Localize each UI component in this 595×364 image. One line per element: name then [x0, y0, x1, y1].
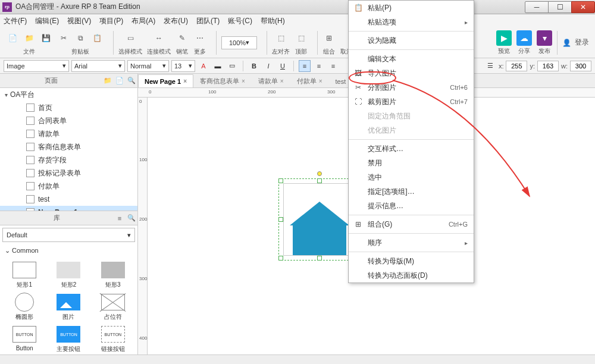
menu-edit[interactable]: 编辑(E)	[35, 16, 59, 26]
widget-image[interactable]: 图片	[49, 294, 88, 321]
tree-root[interactable]: OA平台	[0, 88, 137, 101]
library-select[interactable]: Default▾	[2, 228, 135, 242]
tree-item[interactable]: test	[0, 193, 137, 206]
list-button[interactable]: ☰	[484, 60, 496, 72]
widget-button[interactable]: BUTTONButton	[5, 326, 44, 353]
italic-button[interactable]: I	[262, 60, 274, 72]
ctx-crop-image[interactable]: ⛶裁剪图片Ctrl+7	[349, 95, 474, 109]
font-size-select[interactable]: 13▾	[171, 60, 195, 72]
selected-widget[interactable]	[281, 181, 358, 258]
cut-icon[interactable]: ✂	[57, 32, 70, 45]
resize-handle-tc[interactable]	[317, 178, 322, 183]
tab-customer-info[interactable]: 客商信息表单×	[193, 74, 252, 87]
minimize-button[interactable]: ─	[525, 1, 549, 13]
tree-item[interactable]: 存货字段	[0, 153, 137, 167]
tree-item[interactable]: 首页	[0, 101, 137, 114]
close-button[interactable]: ✕	[571, 1, 595, 13]
menu-arrange[interactable]: 布局(A)	[131, 16, 155, 26]
zoom-select[interactable]: 100% ▾	[221, 36, 257, 49]
ctx-convert-dynamic[interactable]: 转换为动态面板(D)	[349, 268, 474, 283]
menu-team[interactable]: 团队(T)	[196, 16, 220, 26]
close-tab-icon[interactable]: ×	[183, 78, 187, 84]
publish-button[interactable]: ▾发布	[537, 30, 552, 55]
menu-help[interactable]: 帮助(H)	[261, 16, 285, 26]
library-menu-button[interactable]: ≡	[114, 215, 126, 222]
border-color-button[interactable]: ▭	[226, 60, 238, 72]
tab-payment[interactable]: 付款单×	[290, 74, 329, 87]
font-color-button[interactable]: A	[198, 60, 209, 72]
select-mode-icon[interactable]: ▭	[124, 32, 137, 45]
widget-rect3[interactable]: 矩形3	[93, 262, 133, 289]
ctx-import-image[interactable]: 🖼导入图片	[349, 66, 474, 80]
search-pages-button[interactable]: 🔍	[126, 77, 137, 84]
ctx-interaction-styles[interactable]: 交互样式…	[349, 142, 474, 156]
align-right-text-button[interactable]: ≡	[327, 60, 339, 72]
font-family-select[interactable]: Arial▾	[71, 60, 125, 72]
library-search-button[interactable]: 🔍	[126, 214, 137, 222]
bold-button[interactable]: B	[248, 60, 260, 72]
copy-icon[interactable]: ⧉	[74, 32, 87, 45]
widget-type-select[interactable]: Image▾	[4, 60, 69, 72]
fill-color-button[interactable]: ▬	[212, 60, 224, 72]
widget-rect1[interactable]: 矩形1	[5, 262, 44, 289]
preview-button[interactable]: ▶预览	[496, 30, 512, 55]
ctx-split-image[interactable]: ✂分割图片Ctrl+6	[349, 80, 474, 95]
menu-file[interactable]: 文件(F)	[4, 16, 27, 26]
tree-item[interactable]: 投标记录表单	[0, 167, 137, 180]
menu-publish[interactable]: 发布(U)	[164, 16, 188, 26]
ctx-group[interactable]: ⊞组合(G)Ctrl+G	[349, 217, 474, 231]
ctx-order[interactable]: 顺序▸	[349, 236, 474, 250]
tree-item[interactable]: 客商信息表单	[0, 140, 137, 153]
login-button[interactable]: 👤 登录	[562, 37, 589, 48]
menu-account[interactable]: 账号(C)	[228, 16, 252, 26]
tab-payment-request[interactable]: 请款单×	[252, 74, 290, 87]
tree-item-selected[interactable]: New Page 1	[0, 206, 137, 211]
ctx-disable[interactable]: 禁用	[349, 156, 474, 170]
add-page-button[interactable]: 📄	[114, 77, 126, 84]
save-file-icon[interactable]: 💾	[39, 32, 52, 45]
ctx-option-group[interactable]: 指定[选项组]…	[349, 184, 474, 199]
ctx-convert-master[interactable]: 转换为母版(M)	[349, 254, 474, 268]
rotate-handle[interactable]	[317, 171, 322, 176]
align-left-text-button[interactable]: ≡	[299, 60, 311, 72]
open-file-icon[interactable]: 📁	[23, 32, 36, 45]
group-icon[interactable]: ⊞	[322, 32, 336, 45]
align-top-icon[interactable]: ⬚	[295, 32, 308, 45]
widget-rect2[interactable]: 矩形2	[49, 262, 88, 289]
resize-handle-lc[interactable]	[278, 217, 283, 222]
ctx-select[interactable]: 选中	[349, 170, 474, 184]
tree-item[interactable]: 付款单	[0, 180, 137, 193]
widget-placeholder[interactable]: 占位符	[93, 294, 133, 321]
align-center-text-button[interactable]: ≡	[313, 60, 325, 72]
ctx-paste-options[interactable]: 粘贴选项▸	[349, 15, 474, 29]
library-section-common[interactable]: Common	[0, 244, 137, 257]
menu-view[interactable]: 视图(V)	[67, 16, 91, 26]
tree-item[interactable]: 请款单	[0, 127, 137, 140]
w-input[interactable]	[570, 61, 591, 71]
widget-link-button[interactable]: BUTTON链接按钮	[93, 326, 133, 353]
ctx-paste[interactable]: 📋粘贴(P)	[349, 1, 474, 15]
underline-button[interactable]: U	[277, 60, 289, 72]
tree-item[interactable]: 合同表单	[0, 114, 137, 127]
new-file-icon[interactable]: 📄	[6, 32, 19, 45]
x-input[interactable]	[506, 61, 527, 71]
tab-new-page-1[interactable]: New Page 1×	[138, 74, 193, 87]
maximize-button[interactable]: ☐	[548, 1, 572, 13]
ctx-set-hidden[interactable]: 设为隐藏	[349, 33, 474, 48]
resize-handle-bc[interactable]	[317, 256, 322, 261]
add-folder-button[interactable]: 📁	[102, 77, 114, 84]
share-button[interactable]: ☁分享	[516, 30, 532, 55]
ctx-edit-text[interactable]: 编辑文本	[349, 52, 474, 66]
connect-mode-icon[interactable]: ↔	[152, 32, 165, 45]
paste-icon[interactable]: 📋	[90, 32, 104, 45]
widget-primary-button[interactable]: BUTTON主要按钮	[49, 326, 88, 353]
y-input[interactable]	[537, 61, 559, 71]
menu-project[interactable]: 项目(P)	[99, 16, 123, 26]
more-icon[interactable]: ⋯	[193, 32, 206, 45]
font-weight-select[interactable]: Normal▾	[127, 60, 169, 72]
resize-handle-bl[interactable]	[278, 256, 283, 261]
resize-handle-tl[interactable]	[278, 178, 283, 183]
ctx-tooltip[interactable]: 提示信息…	[349, 199, 474, 213]
align-left-icon[interactable]: ⬚	[274, 32, 287, 45]
widget-ellipse[interactable]: 椭圆形	[5, 294, 44, 321]
